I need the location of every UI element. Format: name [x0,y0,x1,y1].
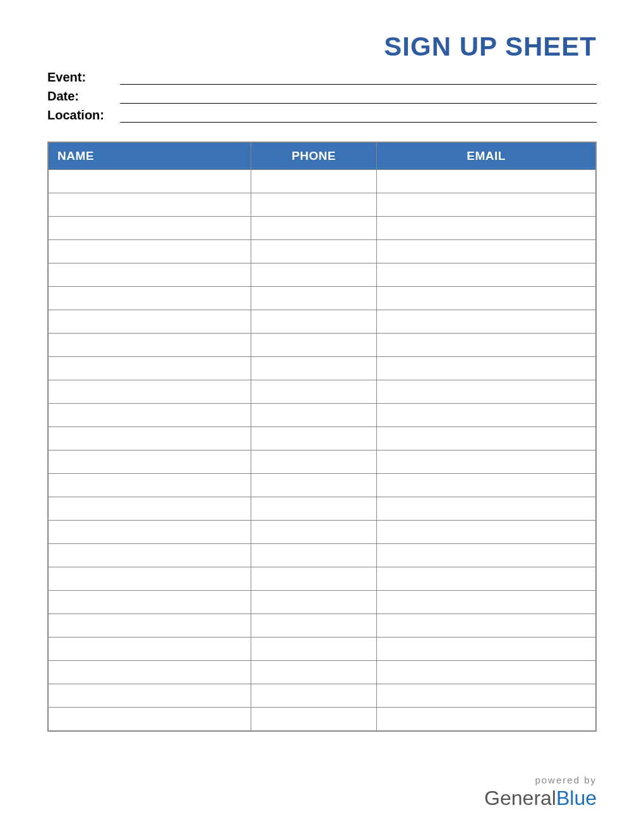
table-cell-email[interactable] [377,450,596,474]
table-cell-email[interactable] [377,217,596,240]
table-cell-name[interactable] [48,193,251,217]
table-cell-email[interactable] [377,521,596,544]
table-cell-email[interactable] [377,427,596,450]
table-cell-name[interactable] [48,497,251,521]
table-cell-phone[interactable] [251,684,377,708]
location-input-line[interactable] [120,107,597,123]
table-row [48,380,596,404]
table-cell-name[interactable] [48,661,251,684]
table-cell-email[interactable] [377,708,596,731]
table-row [48,474,596,497]
table-row [48,450,596,474]
footer: powered by GeneralBlue [484,775,597,810]
table-cell-phone[interactable] [251,170,377,193]
date-input-line[interactable] [120,88,597,104]
table-cell-phone[interactable] [251,544,377,567]
table-row [48,497,596,521]
table-cell-name[interactable] [48,684,251,708]
table-row [48,591,596,614]
info-row-event: Event: [47,70,597,85]
table-cell-phone[interactable] [251,521,377,544]
table-cell-email[interactable] [377,497,596,521]
table-cell-name[interactable] [48,287,251,310]
table-cell-phone[interactable] [251,708,377,731]
table-cell-phone[interactable] [251,334,377,357]
table-cell-phone[interactable] [251,404,377,427]
table-cell-name[interactable] [48,708,251,731]
table-cell-name[interactable] [48,427,251,450]
table-cell-name[interactable] [48,263,251,287]
table-cell-email[interactable] [377,567,596,591]
table-row [48,638,596,661]
table-cell-email[interactable] [377,170,596,193]
location-label: Location: [47,108,120,123]
table-cell-phone[interactable] [251,427,377,450]
table-cell-phone[interactable] [251,193,377,217]
table-cell-email[interactable] [377,240,596,263]
table-cell-phone[interactable] [251,638,377,661]
table-cell-phone[interactable] [251,310,377,334]
table-cell-email[interactable] [377,544,596,567]
table-cell-phone[interactable] [251,263,377,287]
table-cell-phone[interactable] [251,240,377,263]
event-input-line[interactable] [120,70,597,85]
table-cell-name[interactable] [48,334,251,357]
table-cell-email[interactable] [377,310,596,334]
table-cell-phone[interactable] [251,567,377,591]
table-cell-name[interactable] [48,357,251,380]
table-cell-email[interactable] [377,591,596,614]
table-cell-phone[interactable] [251,357,377,380]
table-cell-name[interactable] [48,591,251,614]
table-cell-phone[interactable] [251,661,377,684]
table-row [48,217,596,240]
table-row [48,567,596,591]
table-cell-email[interactable] [377,661,596,684]
table-cell-email[interactable] [377,357,596,380]
table-cell-phone[interactable] [251,497,377,521]
table-cell-email[interactable] [377,193,596,217]
table-cell-email[interactable] [377,638,596,661]
table-cell-phone[interactable] [251,450,377,474]
table-row [48,170,596,193]
table-cell-name[interactable] [48,614,251,638]
table-cell-name[interactable] [48,404,251,427]
table-cell-name[interactable] [48,240,251,263]
table-cell-email[interactable] [377,404,596,427]
table-row [48,240,596,263]
table-row [48,334,596,357]
table-cell-phone[interactable] [251,614,377,638]
table-cell-email[interactable] [377,474,596,497]
table-row [48,684,596,708]
table-cell-phone[interactable] [251,380,377,404]
info-section: Event: Date: Location: [47,70,597,123]
table-cell-email[interactable] [377,334,596,357]
table-row [48,544,596,567]
table-cell-name[interactable] [48,170,251,193]
table-cell-name[interactable] [48,450,251,474]
table-cell-phone[interactable] [251,591,377,614]
table-row [48,614,596,638]
table-cell-email[interactable] [377,287,596,310]
table-cell-email[interactable] [377,263,596,287]
page-title: SIGN UP SHEET [47,32,597,62]
table-cell-phone[interactable] [251,287,377,310]
table-cell-name[interactable] [48,310,251,334]
table-row [48,661,596,684]
table-cell-email[interactable] [377,614,596,638]
table-cell-name[interactable] [48,521,251,544]
table-cell-name[interactable] [48,217,251,240]
table-cell-name[interactable] [48,638,251,661]
table-cell-phone[interactable] [251,217,377,240]
date-label: Date: [47,89,120,104]
table-header-row: NAME PHONE EMAIL [48,142,596,170]
table-cell-name[interactable] [48,567,251,591]
table-header-email: EMAIL [377,142,596,170]
table-cell-phone[interactable] [251,474,377,497]
table-cell-name[interactable] [48,474,251,497]
table-cell-name[interactable] [48,380,251,404]
table-cell-name[interactable] [48,544,251,567]
info-row-date: Date: [47,88,597,104]
table-cell-email[interactable] [377,684,596,708]
table-row [48,404,596,427]
table-cell-email[interactable] [377,380,596,404]
